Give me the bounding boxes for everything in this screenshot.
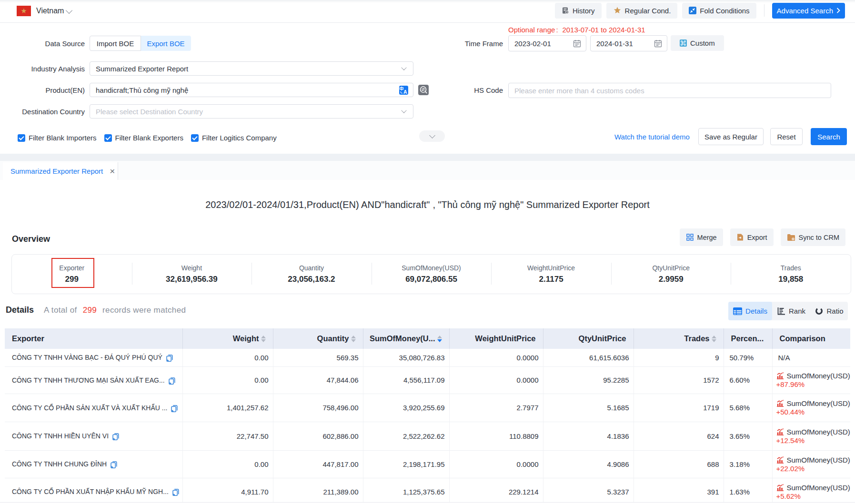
svg-text:A: A: [403, 89, 407, 95]
